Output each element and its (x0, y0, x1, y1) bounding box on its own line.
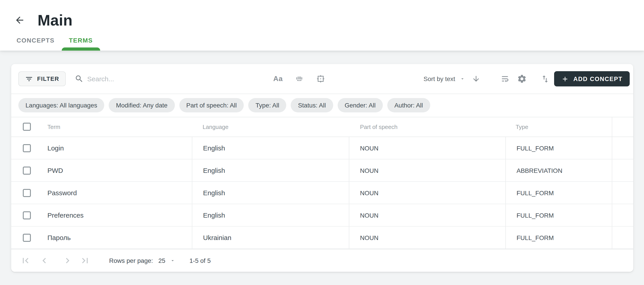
row-checkbox[interactable] (23, 233, 31, 241)
type-cell: ABBREVIATION (516, 167, 562, 174)
chip-status[interactable]: Status: All (291, 98, 333, 113)
chip-gender-label: Gender: All (344, 102, 376, 109)
plus-icon (561, 75, 569, 83)
type-cell: FULL_FORM (516, 189, 554, 196)
sort-by-caret-icon[interactable] (460, 76, 465, 82)
barcode-icon[interactable] (295, 74, 304, 83)
language-cell: English (203, 144, 225, 152)
next-page-icon[interactable] (62, 255, 73, 266)
term-cell: Login (48, 144, 64, 152)
pinned-column-spacer (612, 182, 633, 204)
part-of-speech-cell: NOUN (360, 212, 378, 219)
tab-terms-label: TERMS (69, 37, 93, 44)
tab-concepts-label: CONCEPTS (16, 37, 54, 44)
part-of-speech-cell: NOUN (360, 189, 378, 196)
term-cell: Password (48, 189, 77, 197)
crosshair-frame-icon[interactable] (316, 74, 325, 83)
chip-modified-label: Modified: Any date (116, 102, 168, 109)
match-case-icon[interactable]: Aa (273, 75, 283, 83)
row-checkbox[interactable] (23, 144, 31, 152)
back-button[interactable] (14, 15, 25, 26)
pinned-column-spacer (612, 204, 633, 226)
column-header-term: Term (48, 124, 60, 130)
pinned-column-spacer (612, 137, 633, 159)
import-export-icon[interactable] (541, 74, 550, 83)
pinned-column-spacer (612, 117, 633, 137)
content-area: FILTER Aa (0, 51, 644, 285)
tab-bar: CONCEPTS TERMS (0, 30, 644, 51)
chip-author[interactable]: Author: All (387, 98, 430, 113)
part-of-speech-cell: NOUN (360, 234, 378, 241)
chip-status-label: Status: All (298, 102, 326, 109)
column-header-language: Language (202, 124, 228, 130)
type-cell: FULL_FORM (516, 144, 554, 152)
active-tab-indicator (62, 48, 100, 51)
row-checkbox[interactable] (23, 211, 31, 219)
part-of-speech-cell: NOUN (360, 167, 378, 174)
app-viewport: Main CONCEPTS TERMS FILTER (0, 0, 644, 285)
column-header-type: Type (516, 124, 528, 130)
page-title: Main (38, 12, 73, 29)
pagination-bar: Rows per page: 25 1-5 of 5 (11, 249, 633, 271)
settings-gear-icon[interactable] (517, 74, 527, 84)
tab-terms[interactable]: TERMS (62, 30, 100, 51)
column-header-part-of-speech: Part of speech (360, 124, 398, 130)
term-cell: PWD (48, 167, 63, 174)
toolbar: FILTER Aa (11, 64, 633, 94)
app-bar: Main CONCEPTS TERMS (0, 0, 644, 51)
part-of-speech-cell: NOUN (360, 144, 378, 152)
chip-type-label: Type: All (256, 102, 279, 109)
chip-part-of-speech-label: Part of speech: All (186, 102, 237, 109)
table-row[interactable]: PWD English NOUN ABBREVIATION (11, 159, 633, 182)
chip-languages[interactable]: Languages: All languages (18, 98, 104, 113)
chip-part-of-speech[interactable]: Part of speech: All (179, 98, 244, 113)
sort-by-dropdown[interactable]: Sort by text (424, 75, 455, 82)
search-input[interactable] (87, 75, 248, 83)
filter-list-icon (25, 75, 33, 83)
type-cell: FULL_FORM (516, 212, 554, 219)
rows-per-page-label: Rows per page: (109, 257, 153, 264)
filter-button-label: FILTER (37, 76, 59, 82)
chip-gender[interactable]: Gender: All (338, 98, 383, 113)
rows-per-page-caret-icon[interactable] (170, 258, 175, 263)
tab-concepts[interactable]: CONCEPTS (10, 30, 62, 51)
row-checkbox[interactable] (23, 189, 31, 197)
title-row: Main (0, 0, 644, 30)
pinned-column-spacer (612, 226, 633, 248)
search-icon[interactable] (75, 74, 84, 83)
term-cell: Пароль (48, 234, 71, 241)
language-cell: Ukrainian (203, 234, 232, 241)
previous-page-icon[interactable] (39, 255, 50, 266)
pagination-range: 1-5 of 5 (190, 257, 211, 264)
table-row[interactable]: Пароль Ukrainian NOUN FULL_FORM (11, 226, 633, 249)
term-cell: Preferences (48, 211, 84, 219)
language-cell: English (203, 189, 225, 197)
wrap-text-icon[interactable] (500, 74, 510, 83)
chip-author-label: Author: All (394, 102, 423, 109)
table-row[interactable]: Preferences English NOUN FULL_FORM (11, 204, 633, 226)
first-page-icon[interactable] (20, 255, 31, 266)
table-header: Term Language Part of speech Type (11, 117, 633, 137)
last-page-icon[interactable] (80, 255, 90, 266)
table-row[interactable]: Login English NOUN FULL_FORM (11, 137, 633, 159)
language-cell: English (203, 167, 225, 174)
sort-direction-icon[interactable] (472, 75, 480, 83)
chip-modified[interactable]: Modified: Any date (109, 98, 175, 113)
add-concept-label: ADD CONCEPT (573, 76, 622, 82)
pinned-column-spacer (612, 159, 633, 181)
filter-button[interactable]: FILTER (18, 71, 66, 86)
chip-type[interactable]: Type: All (248, 98, 286, 113)
select-all-checkbox[interactable] (23, 123, 31, 131)
row-checkbox[interactable] (23, 166, 31, 174)
add-concept-button[interactable]: ADD CONCEPT (554, 71, 630, 86)
arrow-back-icon (14, 15, 25, 26)
chip-languages-label: Languages: All languages (26, 102, 97, 109)
terms-card: FILTER Aa (11, 64, 633, 271)
rows-per-page-value[interactable]: 25 (158, 257, 165, 264)
type-cell: FULL_FORM (516, 234, 554, 241)
language-cell: English (203, 211, 225, 219)
table-row[interactable]: Password English NOUN FULL_FORM (11, 182, 633, 204)
filter-chips-row: Languages: All languages Modified: Any d… (11, 94, 633, 117)
